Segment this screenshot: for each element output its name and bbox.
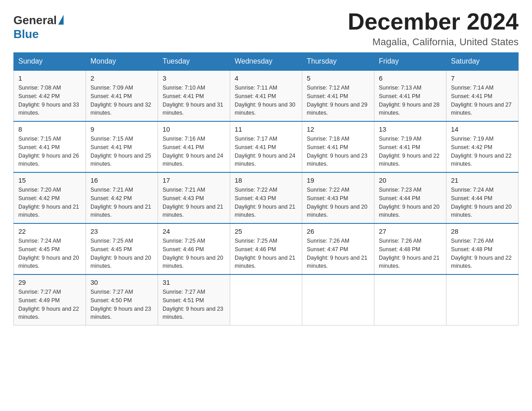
location-subtitle: Magalia, California, United States [348, 36, 519, 48]
day-info: Sunrise: 7:25 AM Sunset: 4:46 PM Dayligh… [163, 237, 225, 270]
day-number: 6 [379, 74, 442, 82]
day-number: 1 [18, 74, 81, 82]
day-number: 29 [18, 278, 81, 286]
day-number: 21 [451, 176, 514, 184]
page-header: General Blue December 2024 Magalia, Cali… [13, 9, 519, 48]
day-number: 14 [451, 125, 514, 133]
day-number: 25 [235, 227, 297, 235]
day-info: Sunrise: 7:24 AM Sunset: 4:44 PM Dayligh… [451, 186, 514, 219]
day-info: Sunrise: 7:17 AM Sunset: 4:41 PM Dayligh… [235, 135, 297, 168]
logo-blue-text: Blue [13, 27, 39, 41]
calendar-cell: 29 Sunrise: 7:27 AM Sunset: 4:49 PM Dayl… [14, 274, 86, 325]
day-info: Sunrise: 7:19 AM Sunset: 4:42 PM Dayligh… [451, 135, 514, 168]
calendar-cell: 6 Sunrise: 7:13 AM Sunset: 4:41 PM Dayli… [374, 70, 446, 121]
day-info: Sunrise: 7:23 AM Sunset: 4:44 PM Dayligh… [379, 186, 442, 219]
logo: General Blue [13, 9, 64, 41]
day-info: Sunrise: 7:27 AM Sunset: 4:50 PM Dayligh… [90, 288, 153, 321]
day-info: Sunrise: 7:26 AM Sunset: 4:48 PM Dayligh… [379, 237, 442, 270]
calendar-week-row: 8 Sunrise: 7:15 AM Sunset: 4:41 PM Dayli… [14, 121, 519, 172]
calendar-cell: 1 Sunrise: 7:08 AM Sunset: 4:42 PM Dayli… [14, 70, 86, 121]
weekday-header-thursday: Thursday [302, 53, 374, 71]
calendar-cell: 17 Sunrise: 7:21 AM Sunset: 4:43 PM Dayl… [158, 172, 230, 223]
calendar-cell: 5 Sunrise: 7:12 AM Sunset: 4:41 PM Dayli… [302, 70, 374, 121]
day-info: Sunrise: 7:16 AM Sunset: 4:41 PM Dayligh… [163, 135, 225, 168]
calendar-cell: 24 Sunrise: 7:25 AM Sunset: 4:46 PM Dayl… [158, 223, 230, 274]
calendar-cell: 3 Sunrise: 7:10 AM Sunset: 4:41 PM Dayli… [158, 70, 230, 121]
day-info: Sunrise: 7:21 AM Sunset: 4:43 PM Dayligh… [163, 186, 225, 219]
day-number: 2 [90, 74, 153, 82]
day-number: 13 [379, 125, 442, 133]
calendar-cell: 28 Sunrise: 7:26 AM Sunset: 4:48 PM Dayl… [446, 223, 519, 274]
day-number: 30 [90, 278, 153, 286]
calendar-table: SundayMondayTuesdayWednesdayThursdayFrid… [13, 52, 519, 325]
day-number: 28 [451, 227, 514, 235]
calendar-cell: 12 Sunrise: 7:18 AM Sunset: 4:41 PM Dayl… [302, 121, 374, 172]
calendar-cell: 20 Sunrise: 7:23 AM Sunset: 4:44 PM Dayl… [374, 172, 446, 223]
calendar-cell: 8 Sunrise: 7:15 AM Sunset: 4:41 PM Dayli… [14, 121, 86, 172]
day-info: Sunrise: 7:14 AM Sunset: 4:41 PM Dayligh… [451, 84, 514, 117]
day-info: Sunrise: 7:15 AM Sunset: 4:41 PM Dayligh… [90, 135, 153, 168]
calendar-week-row: 15 Sunrise: 7:20 AM Sunset: 4:42 PM Dayl… [14, 172, 519, 223]
day-info: Sunrise: 7:12 AM Sunset: 4:41 PM Dayligh… [307, 84, 369, 117]
calendar-cell: 7 Sunrise: 7:14 AM Sunset: 4:41 PM Dayli… [446, 70, 519, 121]
day-info: Sunrise: 7:25 AM Sunset: 4:45 PM Dayligh… [90, 237, 153, 270]
calendar-cell: 13 Sunrise: 7:19 AM Sunset: 4:41 PM Dayl… [374, 121, 446, 172]
calendar-cell: 23 Sunrise: 7:25 AM Sunset: 4:45 PM Dayl… [86, 223, 158, 274]
calendar-cell: 4 Sunrise: 7:11 AM Sunset: 4:41 PM Dayli… [230, 70, 302, 121]
day-number: 12 [307, 125, 369, 133]
day-info: Sunrise: 7:27 AM Sunset: 4:49 PM Dayligh… [18, 288, 81, 321]
day-info: Sunrise: 7:08 AM Sunset: 4:42 PM Dayligh… [18, 84, 81, 117]
day-number: 16 [90, 176, 153, 184]
calendar-cell: 22 Sunrise: 7:24 AM Sunset: 4:45 PM Dayl… [14, 223, 86, 274]
day-number: 9 [90, 125, 153, 133]
calendar-cell: 15 Sunrise: 7:20 AM Sunset: 4:42 PM Dayl… [14, 172, 86, 223]
day-number: 15 [18, 176, 81, 184]
day-number: 19 [307, 176, 369, 184]
day-info: Sunrise: 7:20 AM Sunset: 4:42 PM Dayligh… [18, 186, 81, 219]
day-info: Sunrise: 7:22 AM Sunset: 4:43 PM Dayligh… [235, 186, 297, 219]
day-number: 27 [379, 227, 442, 235]
calendar-cell: 2 Sunrise: 7:09 AM Sunset: 4:41 PM Dayli… [86, 70, 158, 121]
calendar-cell: 30 Sunrise: 7:27 AM Sunset: 4:50 PM Dayl… [86, 274, 158, 325]
month-title: December 2024 [348, 9, 519, 34]
weekday-header-friday: Friday [374, 53, 446, 71]
day-number: 22 [18, 227, 81, 235]
calendar-week-row: 1 Sunrise: 7:08 AM Sunset: 4:42 PM Dayli… [14, 70, 519, 121]
day-number: 8 [18, 125, 81, 133]
calendar-cell [230, 274, 302, 325]
day-number: 26 [307, 227, 369, 235]
calendar-cell: 10 Sunrise: 7:16 AM Sunset: 4:41 PM Dayl… [158, 121, 230, 172]
day-info: Sunrise: 7:10 AM Sunset: 4:41 PM Dayligh… [163, 84, 225, 117]
calendar-cell [302, 274, 374, 325]
calendar-header-row: SundayMondayTuesdayWednesdayThursdayFrid… [14, 53, 519, 71]
calendar-cell: 21 Sunrise: 7:24 AM Sunset: 4:44 PM Dayl… [446, 172, 519, 223]
day-number: 31 [163, 278, 225, 286]
day-info: Sunrise: 7:26 AM Sunset: 4:47 PM Dayligh… [307, 237, 369, 270]
day-info: Sunrise: 7:27 AM Sunset: 4:51 PM Dayligh… [163, 288, 225, 321]
day-info: Sunrise: 7:09 AM Sunset: 4:41 PM Dayligh… [90, 84, 153, 117]
calendar-week-row: 29 Sunrise: 7:27 AM Sunset: 4:49 PM Dayl… [14, 274, 519, 325]
weekday-header-saturday: Saturday [446, 53, 519, 71]
day-info: Sunrise: 7:25 AM Sunset: 4:46 PM Dayligh… [235, 237, 297, 270]
day-number: 11 [235, 125, 297, 133]
calendar-cell: 14 Sunrise: 7:19 AM Sunset: 4:42 PM Dayl… [446, 121, 519, 172]
day-number: 7 [451, 74, 514, 82]
day-info: Sunrise: 7:13 AM Sunset: 4:41 PM Dayligh… [379, 84, 442, 117]
day-info: Sunrise: 7:11 AM Sunset: 4:41 PM Dayligh… [235, 84, 297, 117]
weekday-header-wednesday: Wednesday [230, 53, 302, 71]
weekday-header-sunday: Sunday [14, 53, 86, 71]
weekday-header-tuesday: Tuesday [158, 53, 230, 71]
calendar-cell: 19 Sunrise: 7:22 AM Sunset: 4:43 PM Dayl… [302, 172, 374, 223]
logo-general-text: General [13, 13, 57, 27]
weekday-header-monday: Monday [86, 53, 158, 71]
day-number: 20 [379, 176, 442, 184]
day-number: 4 [235, 74, 297, 82]
calendar-week-row: 22 Sunrise: 7:24 AM Sunset: 4:45 PM Dayl… [14, 223, 519, 274]
calendar-cell [446, 274, 519, 325]
calendar-cell: 9 Sunrise: 7:15 AM Sunset: 4:41 PM Dayli… [86, 121, 158, 172]
day-number: 5 [307, 74, 369, 82]
day-info: Sunrise: 7:26 AM Sunset: 4:48 PM Dayligh… [451, 237, 514, 270]
calendar-cell: 25 Sunrise: 7:25 AM Sunset: 4:46 PM Dayl… [230, 223, 302, 274]
title-section: December 2024 Magalia, California, Unite… [348, 9, 519, 48]
calendar-cell [374, 274, 446, 325]
